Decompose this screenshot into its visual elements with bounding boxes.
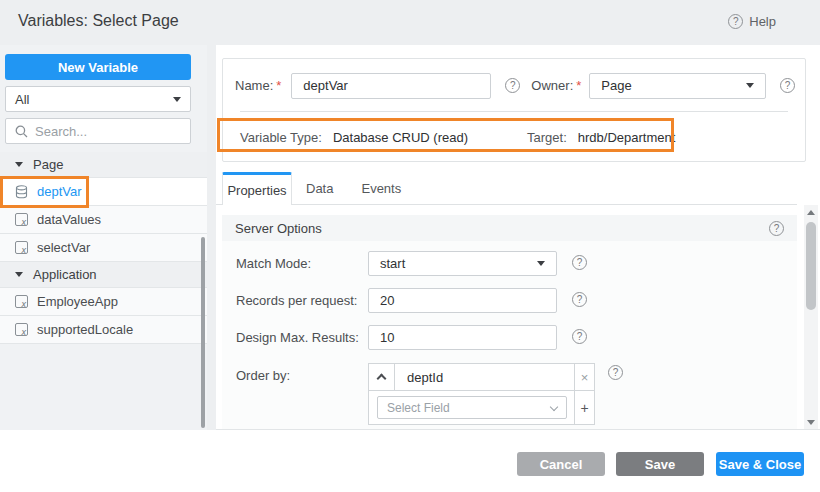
tree-item-label: EmployeeApp	[37, 294, 118, 309]
server-options-body: Match Mode: start ? Records per request:…	[222, 241, 797, 429]
design-max-results-input[interactable]	[368, 325, 557, 350]
name-input[interactable]	[291, 73, 491, 99]
owner-help-icon[interactable]: ?	[780, 78, 795, 93]
editor-tabs: Properties Data Events	[222, 172, 415, 205]
variables-tree: Page deptVar x dataValues x selectVar Ap…	[0, 152, 207, 344]
variable-search-box	[5, 118, 191, 144]
match-mode-label: Match Mode:	[236, 256, 311, 271]
sidebar-main-divider	[207, 45, 216, 430]
tree-item-supportedlocale[interactable]: x supportedLocale	[0, 316, 207, 344]
name-label: Name:	[235, 78, 273, 93]
match-mode-value: start	[380, 256, 405, 271]
variable-type-row: Variable Type: Database CRUD (read) Targ…	[240, 122, 795, 152]
new-variable-button[interactable]: New Variable	[5, 54, 191, 80]
variable-type-pair: Variable Type: Database CRUD (read)	[240, 122, 468, 152]
variables-dialog: Variables: Select Page ? Help New Variab…	[0, 0, 820, 492]
search-input[interactable]	[35, 124, 181, 139]
design-max-results-label: Design Max. Results:	[236, 330, 359, 345]
variable-type-value: Database CRUD (read)	[333, 130, 468, 145]
required-asterisk: *	[276, 78, 281, 93]
select-field-placeholder: Select Field	[387, 401, 450, 415]
cancel-button[interactable]: Cancel	[517, 452, 605, 476]
main-scrollbar[interactable]	[804, 205, 818, 430]
match-mode-row: Match Mode: start ?	[222, 251, 797, 276]
help-label: Help	[749, 14, 776, 29]
match-mode-select[interactable]: start	[368, 251, 557, 276]
server-options-title: Server Options	[235, 221, 322, 236]
sidebar-scrollbar-thumb[interactable]	[201, 237, 205, 428]
target-pair: Target: hrdb/Department	[527, 122, 675, 152]
main-scrollbar-thumb[interactable]	[806, 222, 816, 310]
order-by-widget: deptId × Select Field +	[368, 363, 595, 425]
design-max-help-icon[interactable]: ?	[572, 329, 587, 344]
match-mode-help-icon[interactable]: ?	[572, 255, 587, 270]
variables-sidebar: New Variable All Page deptVar x	[0, 45, 207, 430]
target-value: hrdb/Department	[578, 130, 676, 145]
records-per-request-input[interactable]	[368, 288, 557, 313]
tab-events[interactable]: Events	[347, 172, 415, 205]
sort-direction-button[interactable]	[369, 364, 395, 390]
tree-group-label: Application	[33, 267, 97, 282]
order-by-add-row: Select Field +	[369, 391, 594, 424]
tree-item-label: dataValues	[37, 212, 101, 227]
records-per-request-row: Records per request: ?	[222, 288, 797, 313]
required-asterisk: *	[576, 78, 581, 93]
tree-item-deptvar[interactable]: deptVar	[0, 178, 207, 206]
records-help-icon[interactable]: ?	[572, 292, 587, 307]
tree-item-label: supportedLocale	[37, 322, 133, 337]
owner-select-value: Page	[601, 78, 631, 93]
database-icon	[15, 185, 28, 199]
name-help-icon[interactable]: ?	[505, 78, 520, 93]
select-field-dropdown[interactable]: Select Field	[377, 396, 567, 419]
remove-field-button[interactable]: ×	[574, 364, 594, 390]
dialog-footer: Cancel Save Save & Close	[0, 430, 820, 492]
tree-item-datavalues[interactable]: x dataValues	[0, 206, 207, 234]
server-options-header: Server Options ?	[222, 215, 797, 241]
order-by-field-value: deptId	[395, 364, 574, 390]
order-by-label: Order by:	[236, 368, 290, 383]
tree-group-page[interactable]: Page	[0, 152, 207, 178]
name-owner-row: Name: * ? Owner: * Page ?	[235, 72, 795, 99]
save-and-close-button[interactable]: Save & Close	[716, 452, 804, 476]
tree-group-label: Page	[33, 157, 63, 172]
chevron-down-icon	[550, 402, 558, 410]
collapse-caret-icon	[15, 162, 23, 167]
add-field-button[interactable]: +	[574, 391, 594, 424]
search-icon	[15, 125, 28, 138]
variable-filter-select[interactable]: All	[5, 86, 191, 112]
target-label: Target:	[527, 130, 567, 145]
variable-icon: x	[15, 323, 28, 336]
owner-select[interactable]: Page	[589, 73, 766, 99]
order-by-entry: deptId ×	[369, 364, 594, 391]
save-button[interactable]: Save	[616, 452, 704, 476]
design-max-results-row: Design Max. Results: ?	[222, 325, 797, 350]
caret-down-icon	[746, 83, 754, 88]
tree-item-selectvar[interactable]: x selectVar	[0, 234, 207, 262]
variable-editor-main: Name: * ? Owner: * Page ? Variable Type:…	[216, 45, 820, 430]
tree-item-label: selectVar	[37, 240, 90, 255]
collapse-caret-icon	[15, 272, 23, 277]
tree-group-application[interactable]: Application	[0, 262, 207, 288]
page-title: Variables: Select Page	[18, 12, 179, 30]
panel-divider	[240, 111, 788, 112]
variable-type-label: Variable Type:	[240, 130, 322, 145]
tree-item-employeeapp[interactable]: x EmployeeApp	[0, 288, 207, 316]
records-per-request-label: Records per request:	[236, 293, 357, 308]
variable-summary-panel: Name: * ? Owner: * Page ? Variable Type:…	[222, 58, 806, 162]
caret-down-icon	[537, 261, 545, 266]
tab-properties[interactable]: Properties	[222, 172, 292, 205]
variable-filter-value: All	[15, 92, 29, 107]
order-by-help-icon[interactable]: ?	[608, 365, 623, 380]
owner-label: Owner:	[531, 78, 573, 93]
tab-data[interactable]: Data	[292, 172, 347, 205]
variable-icon: x	[15, 213, 28, 226]
scroll-up-icon[interactable]	[807, 210, 815, 215]
tree-item-label: deptVar	[37, 184, 82, 199]
help-question-icon: ?	[728, 14, 743, 29]
variable-icon: x	[15, 295, 28, 308]
variable-icon: x	[15, 241, 28, 254]
help-link[interactable]: ? Help	[728, 14, 776, 29]
scroll-down-icon[interactable]	[807, 420, 815, 425]
chevron-up-icon	[377, 374, 387, 384]
server-options-help-icon[interactable]: ?	[769, 221, 784, 236]
